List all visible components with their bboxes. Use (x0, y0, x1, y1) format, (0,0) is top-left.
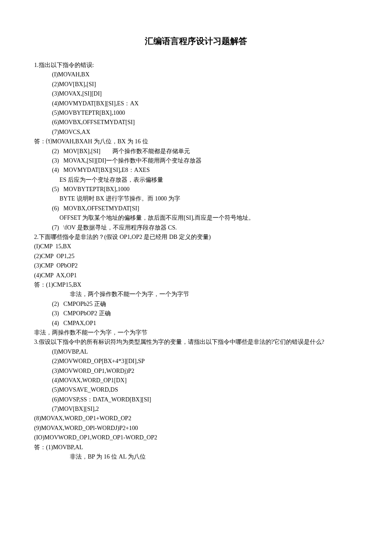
q1-item: (3)MOVAX,[SI][DI] (34, 89, 358, 99)
q2-item: (3)CMP OPbOP2 (34, 261, 358, 270)
q1-answer: (7) \fOV 是数据寻址，不应用程序段存放器 CS. (34, 223, 358, 232)
q1-item: (6)MOVBX,OFFSETMYDAT[SI] (34, 118, 358, 127)
q1-item: (2)MOV[BX],[SI] (34, 80, 358, 89)
q2-item: (4)CMP AX,OP1 (34, 271, 358, 280)
q1-answer: (6) MOVBX,OFFSETMYDAT[SI] (34, 204, 358, 213)
q3-item: (IO)MOVWORD_OP1,WORD_OP1-WORD_OP2 (34, 433, 358, 442)
q1-item: (I)MOVAH,BX (34, 70, 358, 79)
q2-item: (2)CMP OP1,25 (34, 252, 358, 261)
q2-answer: (4) CMPAX,OP1 (34, 319, 358, 328)
page-title: 汇编语言程序设计习题解答 (34, 34, 358, 48)
q3-answer-indent: 非法，BP 为 16 位 AL 为八位 (34, 452, 358, 462)
q1-answer: (4) MOVMYDAT[BX][SI],E8：AXES (34, 166, 358, 175)
q1-item: (4)MOVMYDAT[BX][SI],ES：AX (34, 99, 358, 108)
q1-answer-header: 答：⑴MOVAH,BXAH 为八位，BX 为 16 位 (34, 137, 358, 146)
q1-answer: (2) MOV[BX],[SI] 两个操作数不能都是存储单元 (34, 147, 358, 156)
q2-answer-header: 答：(1)CMP15,BX (34, 280, 358, 290)
q3-item: (3)MOVWORD_OP1,WORDj)P2 (34, 366, 358, 376)
q2-footer: 非法，两操作数不能一个为字，一个为字节 (34, 328, 358, 337)
q2-answer-indent: 非法，两个操作数不能一个为字，一个为字节 (34, 290, 358, 299)
q3-item: (9)MOVAX,WORD_OPl-WORDJ)P2+100 (34, 424, 358, 433)
q3-item: (6)MOVSP,SS：DATA_WORD[BX][SI] (34, 395, 358, 404)
q1-answer: (5) MOVBYTEPTR[BX],1000 (34, 185, 358, 194)
q1-answer: BYTE 说明时 BX 进行字节操作。而 1000 为字 (34, 194, 358, 203)
q1-item: (7)MOVCS,AX (34, 128, 358, 137)
q3-item: (5)MOVSAVE_WORD,DS (34, 385, 358, 395)
q1-item: (5)MOVBYTEPTR[BX],1000 (34, 108, 358, 118)
q1-answer: ES 后应为一个变址存放器，表示偏移量 (34, 175, 358, 185)
q2-item: (I)CMP 15,BX (34, 242, 358, 251)
q1-header: 1.指出以下指令的错误: (34, 61, 358, 70)
q2-answer: (2) CMPOPb25 正确 (34, 299, 358, 309)
q3-item: (4)MOVAX,WORD_OP1[DX] (34, 376, 358, 385)
q2-header: 2.下面哪些指令是非法的？(假设 OP1,OP2 是已经用 DB 定义的变量) (34, 232, 358, 242)
q3-header: 3.假设以下指令中的所有标识符均为类型属性为字的变量，请指出以下指令中哪些是非法… (34, 337, 358, 347)
q1-answer: OFFSET 为取某个地址的偏移量，故后面不应用[SI],而应是一个符号地址。 (34, 213, 358, 223)
q3-item: (2)MOVWORD_OP[BX+4*3][DI],SP (34, 357, 358, 366)
q3-item: (I)MOVBP,AL (34, 347, 358, 357)
q1-answer: (3) MOVAX,[SI][DI]一个操作数中不能用两个变址存放器 (34, 156, 358, 166)
q3-item: (8)MOVAX,WORD_OP1+WORD_OP2 (34, 414, 358, 423)
q3-answer-header: 答：(1)MOVBP,AL (34, 443, 358, 452)
q3-item: (7)MOV[BX][SI],2 (34, 404, 358, 414)
q2-answer: (3) CMPOPbOP2 正确 (34, 309, 358, 318)
